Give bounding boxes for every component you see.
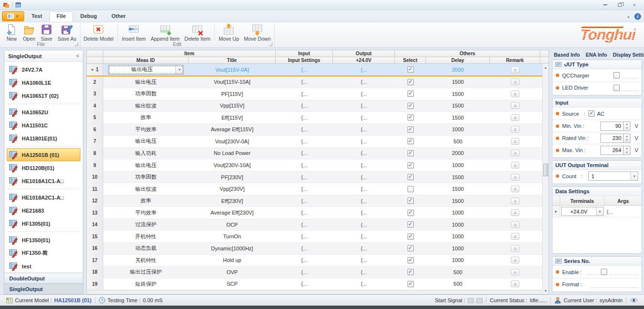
- select-checkbox[interactable]: [408, 79, 414, 85]
- meas-id-cell[interactable]: 效率: [103, 112, 188, 124]
- remark-button[interactable]: a: [511, 138, 519, 145]
- select-checkbox[interactable]: [408, 66, 414, 73]
- input-settings-cell[interactable]: {...: [276, 159, 333, 171]
- meas-id-combobox[interactable]: 输出电压▼: [108, 65, 184, 75]
- table-row-1[interactable]: ►1输出电压▼Vout[115V-0A]{...{...2000a: [87, 64, 542, 77]
- spin-down-icon[interactable]: ▼: [624, 138, 630, 142]
- table-row-18[interactable]: 18输出过压保护OVP{...{...500a: [87, 266, 542, 278]
- select-checkbox[interactable]: [408, 221, 414, 228]
- output-cell[interactable]: {...: [333, 243, 395, 254]
- sidebar-panel-singleoutput[interactable]: SingleOutput: [4, 283, 83, 294]
- toolbar-button-save-as[interactable]: Save As: [55, 23, 79, 42]
- delay-cell[interactable]: 1000: [426, 243, 490, 254]
- sidebar-item-ha11801e-01[interactable]: HA11801E(01): [7, 132, 80, 145]
- select-checkbox[interactable]: [408, 174, 414, 180]
- input-settings-cell[interactable]: {...: [276, 148, 333, 159]
- delay-cell[interactable]: 1000: [426, 255, 490, 266]
- visibility-toggle[interactable]: [627, 297, 641, 304]
- remark-button[interactable]: a: [511, 257, 519, 263]
- ribbon-tab-other[interactable]: Other: [104, 11, 133, 22]
- meas-id-cell[interactable]: 输入功耗: [103, 148, 188, 159]
- sidebar-item-test[interactable]: test: [7, 260, 80, 273]
- output-cell[interactable]: {...: [333, 219, 395, 231]
- output-cell[interactable]: {...: [333, 136, 395, 147]
- dropdown-icon[interactable]: ▼: [630, 172, 638, 180]
- column-header-delay[interactable]: Delay: [426, 57, 490, 64]
- row-header-1[interactable]: ►1: [87, 64, 103, 76]
- meas-id-cell[interactable]: 功率因数: [103, 171, 188, 183]
- row-header-2[interactable]: 2: [87, 77, 103, 88]
- toolbar-button-move-down[interactable]: Move Down: [241, 23, 273, 42]
- row-header-15[interactable]: 15: [87, 231, 103, 242]
- toolbar-button-save[interactable]: Save: [38, 23, 55, 42]
- column-header-title[interactable]: Title: [188, 57, 276, 64]
- delay-cell[interactable]: 1000: [426, 231, 490, 242]
- dropdown-icon[interactable]: ▼: [175, 65, 183, 74]
- title-cell[interactable]: Vout[230V-10A]: [188, 159, 276, 171]
- select-checkbox[interactable]: [408, 126, 414, 133]
- tab-ena-info[interactable]: ENA Info: [586, 52, 607, 58]
- delay-cell[interactable]: 1000: [426, 207, 490, 218]
- table-row-5[interactable]: 5效率Eff[115V]{...{...1500a: [87, 112, 542, 124]
- title-cell[interactable]: TurnOn: [188, 231, 276, 242]
- title-cell[interactable]: Vout[230V-0A]: [188, 136, 276, 147]
- title-cell[interactable]: Vpp[115V]: [188, 100, 276, 112]
- input-settings-cell[interactable]: {...: [276, 195, 333, 207]
- toolbar-button-insert-item[interactable]: Insert Item: [119, 23, 148, 42]
- remark-button[interactable]: a: [511, 185, 519, 192]
- select-checkbox[interactable]: [408, 91, 414, 97]
- input-settings-cell[interactable]: {...: [276, 231, 333, 242]
- title-cell[interactable]: PF[230V]: [188, 171, 276, 183]
- output-cell[interactable]: {...: [333, 171, 395, 183]
- meas-id-cell[interactable]: 过流保护: [103, 219, 188, 231]
- help-icon[interactable]: i: [634, 13, 641, 20]
- remark-button[interactable]: a: [511, 78, 519, 85]
- meas-id-cell[interactable]: 输出电压▼: [103, 64, 188, 76]
- meas-id-cell[interactable]: 输出电压: [103, 136, 188, 147]
- dialog-launcher-icon[interactable]: [75, 43, 78, 46]
- table-row-8[interactable]: 8输入功耗No Load Power{...{...2000a: [87, 148, 542, 160]
- table-row-10[interactable]: 10功率因数PF[230V]{...{...1500a: [87, 171, 542, 184]
- table-row-14[interactable]: 14过流保护OCP{...{...1000a: [87, 219, 542, 231]
- title-cell[interactable]: OCP: [188, 219, 276, 231]
- input-settings-cell[interactable]: {...: [276, 171, 333, 183]
- remark-button[interactable]: a: [511, 114, 519, 121]
- output-cell[interactable]: {...: [333, 195, 395, 207]
- output-cell[interactable]: {...: [333, 112, 395, 124]
- input-settings-cell[interactable]: {...: [276, 124, 333, 136]
- meas-id-cell[interactable]: 短路保护: [103, 278, 188, 290]
- remark-button[interactable]: a: [511, 126, 519, 133]
- select-checkbox[interactable]: [408, 233, 414, 240]
- title-cell[interactable]: Vpp[230V]: [188, 183, 276, 195]
- delay-cell[interactable]: 1000: [426, 219, 490, 231]
- input-settings-cell[interactable]: {...: [276, 88, 333, 100]
- delay-cell[interactable]: 1500: [426, 112, 490, 124]
- title-cell[interactable]: Dynamic[1000Hz]: [188, 243, 276, 254]
- row-header-13[interactable]: 13: [87, 207, 103, 218]
- input-settings-cell[interactable]: {...: [276, 219, 333, 231]
- sidebar-item-ha10652u[interactable]: HA10652U: [7, 106, 80, 119]
- meas-id-cell[interactable]: 关机特性: [103, 255, 188, 266]
- table-row-4[interactable]: 4输出纹波Vpp[115V]{...{...1500a: [87, 100, 542, 112]
- row-header-14[interactable]: 14: [87, 219, 103, 231]
- input-settings-cell[interactable]: {...: [276, 112, 333, 124]
- output-cell[interactable]: {...: [333, 278, 395, 290]
- spin-up-icon[interactable]: ▲: [624, 146, 630, 151]
- meas-id-cell[interactable]: 功率因数: [103, 88, 188, 100]
- row-header-4[interactable]: 4: [87, 100, 103, 112]
- collapse-ribbon-icon[interactable]: ▲: [627, 15, 630, 19]
- remark-button[interactable]: a: [511, 162, 519, 169]
- sidebar-item-24v2-7a[interactable]: 24V2.7A: [7, 63, 80, 76]
- table-row-11[interactable]: 11输出纹波Vpp[230V]{...{...1500a: [87, 183, 542, 195]
- remark-button[interactable]: a: [511, 91, 519, 97]
- table-row-13[interactable]: 13平均效率Average Eff[230V]{...{...1000a: [87, 207, 542, 219]
- input-settings-cell[interactable]: {...: [276, 64, 333, 76]
- minimize-button[interactable]: [600, 2, 610, 8]
- meas-id-cell[interactable]: 平均效率: [103, 124, 188, 136]
- table-row-2[interactable]: 2输出电压Vout[115V-10A]{...{...1500a: [87, 77, 542, 89]
- delay-cell[interactable]: 1500: [426, 183, 490, 195]
- table-row-7[interactable]: 7输出电压Vout[230V-0A]{...{...500a: [87, 136, 542, 148]
- spin-down-icon[interactable]: ▼: [624, 150, 630, 154]
- row-header-9[interactable]: 9: [87, 159, 103, 171]
- table-row-16[interactable]: 16动态负载Dynamic[1000Hz]{...{...1000a: [87, 243, 542, 255]
